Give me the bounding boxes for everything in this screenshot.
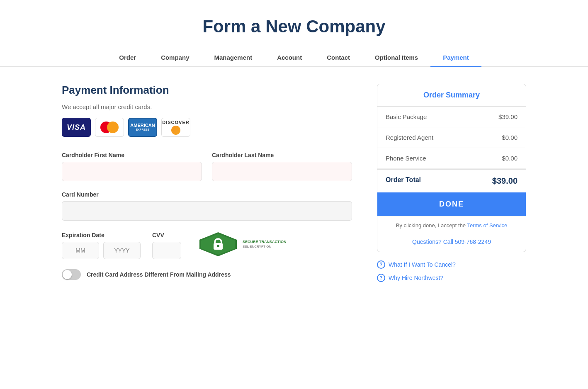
first-name-input[interactable] [62,162,202,181]
card-icons: VISA AMERICAN EXPRESS DISCOVER [62,118,352,137]
summary-item-agent: Registered Agent $0.00 [377,127,526,148]
tos-prefix: By clicking done, I accept the [396,222,467,229]
tab-payment[interactable]: Payment [430,49,481,67]
last-name-input[interactable] [212,162,352,181]
toggle-knob [63,270,72,279]
nav-tabs: Order Company Management Account Contact… [0,49,588,67]
faq-links: ? What If I Want To Cancel? ? Why Hire N… [377,260,526,282]
ssl-badge: SECURE TRANSACTION SSL ENCRYPTION SECURE… [195,231,287,259]
tab-contact[interactable]: Contact [314,49,362,67]
first-name-label: Cardholder First Name [62,152,202,158]
basic-package-label: Basic Package [386,113,427,120]
first-name-group: Cardholder First Name [62,152,202,181]
amex-icon: AMERICAN EXPRESS [128,118,157,137]
address-toggle[interactable] [62,269,81,280]
faq-hire-label: Why Hire Northwest? [389,275,443,281]
cvv-group: CVV [152,232,181,259]
mastercard-icon [95,118,124,137]
tab-account[interactable]: Account [265,49,314,67]
cvv-label: CVV [152,232,181,238]
expiry-label: Expiration Date [62,232,141,238]
basic-package-amount: $39.00 [498,113,518,120]
order-summary-section: Order Summary Basic Package $39.00 Regis… [377,84,526,282]
card-number-group: Card Number [62,191,352,221]
expiry-mm-input[interactable] [62,242,99,259]
faq-cancel-label: What If I Want To Cancel? [389,261,456,268]
registered-agent-label: Registered Agent [386,134,433,141]
card-number-input[interactable] [62,201,352,221]
total-label: Order Total [386,176,421,186]
registered-agent-amount: $0.00 [502,134,518,141]
phone-service-amount: $0.00 [502,155,518,162]
card-number-label: Card Number [62,191,352,198]
accept-text: We accept all major credit cards. [62,103,352,110]
svg-point-3 [217,245,219,247]
toggle-row: Credit Card Address Different From Maili… [62,269,352,280]
faq-hire-link[interactable]: ? Why Hire Northwest? [377,274,526,282]
faq-cancel-icon: ? [377,260,385,269]
expiry-yyyy-input[interactable] [103,242,141,259]
tab-company[interactable]: Company [148,49,202,67]
visa-icon: VISA [62,118,91,137]
summary-item-basic: Basic Package $39.00 [377,107,526,127]
phone-service-label: Phone Service [386,155,426,162]
summary-box: Order Summary Basic Package $39.00 Regis… [377,84,526,252]
faq-hire-icon: ? [377,274,385,282]
toggle-label: Credit Card Address Different From Maili… [87,271,231,278]
name-row: Cardholder First Name Cardholder Last Na… [62,152,352,181]
payment-section-title: Payment Information [62,84,352,97]
payment-section: Payment Information We accept all major … [62,84,352,282]
discover-icon: DISCOVER [161,118,190,137]
tab-management[interactable]: Management [202,49,265,67]
ssl-shield-icon: SECURE TRANSACTION SSL ENCRYPTION [195,231,241,258]
tab-order[interactable]: Order [107,49,148,67]
tos-link[interactable]: Terms of Service [467,222,507,229]
expiry-group: Expiration Date [62,232,141,259]
summary-total-row: Order Total $39.00 [377,169,526,192]
summary-item-phone: Phone Service $0.00 [377,148,526,169]
last-name-label: Cardholder Last Name [212,152,352,158]
total-amount: $39.00 [492,176,518,186]
done-button[interactable]: DONE [377,192,526,216]
last-name-group: Cardholder Last Name [212,152,352,181]
expiry-cvv-row: Expiration Date CVV [62,231,352,259]
faq-cancel-link[interactable]: ? What If I Want To Cancel? [377,260,526,269]
cvv-input[interactable] [152,242,181,259]
page-title: Form a New Company [0,0,588,49]
phone-link[interactable]: Questions? Call 509-768-2249 [377,234,526,252]
summary-header: Order Summary [377,84,526,107]
tos-text: By clicking done, I accept the Terms of … [377,216,526,234]
tab-optional-items[interactable]: Optional Items [362,49,430,67]
